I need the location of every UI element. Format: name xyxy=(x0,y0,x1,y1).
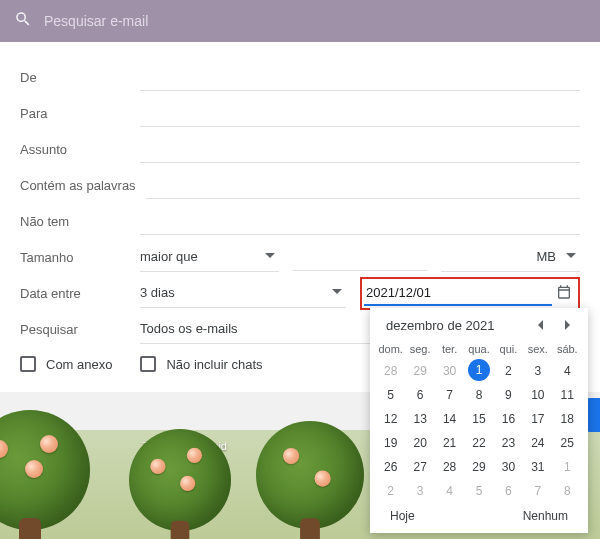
search-icon[interactable] xyxy=(14,10,32,32)
from-input[interactable] xyxy=(140,63,580,91)
caret-down-icon xyxy=(566,249,576,264)
checkbox-icon xyxy=(20,356,36,372)
day-cell[interactable]: 23 xyxy=(494,431,523,455)
search-scope-value: Todos os e-mails xyxy=(140,321,238,336)
date-input[interactable] xyxy=(364,281,552,306)
day-prev-month[interactable]: 30 xyxy=(435,359,464,383)
datepicker-title: dezembro de 2021 xyxy=(386,318,494,333)
next-month-button[interactable] xyxy=(562,319,572,333)
day-next-month[interactable]: 2 xyxy=(376,479,405,503)
size-value-input[interactable] xyxy=(293,243,428,271)
date-range-select[interactable]: 3 dias xyxy=(140,278,346,308)
day-cell[interactable]: 20 xyxy=(405,431,434,455)
day-cell[interactable]: 9 xyxy=(494,383,523,407)
subject-input[interactable] xyxy=(140,135,580,163)
date-label: Data entre xyxy=(20,286,140,301)
search-scope-label: Pesquisar xyxy=(20,322,140,337)
date-picker: dezembro de 2021 dom.seg.ter.qua.qui.sex… xyxy=(370,308,588,533)
day-next-month[interactable]: 5 xyxy=(464,479,493,503)
day-cell[interactable]: 15 xyxy=(464,407,493,431)
theme-tree xyxy=(129,429,231,531)
caret-down-icon xyxy=(265,249,275,264)
day-prev-month[interactable]: 28 xyxy=(376,359,405,383)
day-cell[interactable]: 7 xyxy=(435,383,464,407)
search-input[interactable] xyxy=(44,13,586,29)
dow-header: seg. xyxy=(405,339,434,359)
size-operator-select[interactable]: maior que xyxy=(140,242,279,272)
dow-header: sáb. xyxy=(553,339,582,359)
day-prev-month[interactable]: 29 xyxy=(405,359,434,383)
day-cell[interactable]: 31 xyxy=(523,455,552,479)
day-cell[interactable]: 26 xyxy=(376,455,405,479)
date-range-value: 3 dias xyxy=(140,285,175,300)
day-cell[interactable]: 28 xyxy=(435,455,464,479)
datepicker-grid: dom.seg.ter.qua.qui.sex.sáb.282930123456… xyxy=(376,339,582,503)
search-bar xyxy=(0,0,600,42)
day-cell[interactable]: 13 xyxy=(405,407,434,431)
day-cell[interactable]: 30 xyxy=(494,455,523,479)
theme-tree xyxy=(256,421,364,529)
dow-header: qui. xyxy=(494,339,523,359)
day-next-month[interactable]: 3 xyxy=(405,479,434,503)
day-cell[interactable]: 24 xyxy=(523,431,552,455)
dow-header: dom. xyxy=(376,339,405,359)
day-cell[interactable]: 16 xyxy=(494,407,523,431)
exclude-chats-checkbox[interactable]: Não incluir chats xyxy=(140,356,262,372)
day-cell[interactable]: 29 xyxy=(464,455,493,479)
day-next-month[interactable]: 7 xyxy=(523,479,552,503)
day-next-month[interactable]: 6 xyxy=(494,479,523,503)
dow-header: ter. xyxy=(435,339,464,359)
day-cell[interactable]: 19 xyxy=(376,431,405,455)
size-label: Tamanho xyxy=(20,250,140,265)
nowords-label: Não tem xyxy=(20,214,140,229)
day-cell[interactable]: 22 xyxy=(464,431,493,455)
caret-down-icon xyxy=(332,285,342,300)
day-cell[interactable]: 17 xyxy=(523,407,552,431)
has-attachment-label: Com anexo xyxy=(46,357,112,372)
day-cell[interactable]: 21 xyxy=(435,431,464,455)
checkbox-icon xyxy=(140,356,156,372)
to-label: Para xyxy=(20,106,140,121)
day-cell[interactable]: 8 xyxy=(464,383,493,407)
size-unit-select[interactable]: MB xyxy=(441,242,580,272)
size-operator-value: maior que xyxy=(140,249,198,264)
day-next-month[interactable]: 8 xyxy=(553,479,582,503)
day-cell[interactable]: 6 xyxy=(405,383,434,407)
to-input[interactable] xyxy=(140,99,580,127)
day-next-month[interactable]: 1 xyxy=(553,455,582,479)
search-button-edge[interactable] xyxy=(586,398,600,432)
dow-header: sex. xyxy=(523,339,552,359)
haswords-label: Contém as palavras xyxy=(20,178,136,193)
day-cell[interactable]: 27 xyxy=(405,455,434,479)
has-attachment-checkbox[interactable]: Com anexo xyxy=(20,356,112,372)
day-cell[interactable]: 1 xyxy=(468,359,490,381)
day-cell[interactable]: 4 xyxy=(553,359,582,383)
datepicker-today-button[interactable]: Hoje xyxy=(390,509,415,523)
day-next-month[interactable]: 4 xyxy=(435,479,464,503)
nowords-input[interactable] xyxy=(140,207,580,235)
date-input-highlight xyxy=(360,277,580,310)
day-cell[interactable]: 5 xyxy=(376,383,405,407)
haswords-input[interactable] xyxy=(146,171,580,199)
subject-label: Assunto xyxy=(20,142,140,157)
dow-header: qua. xyxy=(464,339,493,359)
day-cell[interactable]: 18 xyxy=(553,407,582,431)
day-cell[interactable]: 14 xyxy=(435,407,464,431)
day-cell[interactable]: 10 xyxy=(523,383,552,407)
exclude-chats-label: Não incluir chats xyxy=(166,357,262,372)
day-cell[interactable]: 2 xyxy=(494,359,523,383)
prev-month-button[interactable] xyxy=(536,319,546,333)
size-unit-value: MB xyxy=(441,249,566,264)
day-cell[interactable]: 12 xyxy=(376,407,405,431)
day-cell[interactable]: 25 xyxy=(553,431,582,455)
from-label: De xyxy=(20,70,140,85)
datepicker-none-button[interactable]: Nenhum xyxy=(523,509,568,523)
day-cell[interactable]: 11 xyxy=(553,383,582,407)
day-cell[interactable]: 3 xyxy=(523,359,552,383)
calendar-icon[interactable] xyxy=(552,284,576,303)
